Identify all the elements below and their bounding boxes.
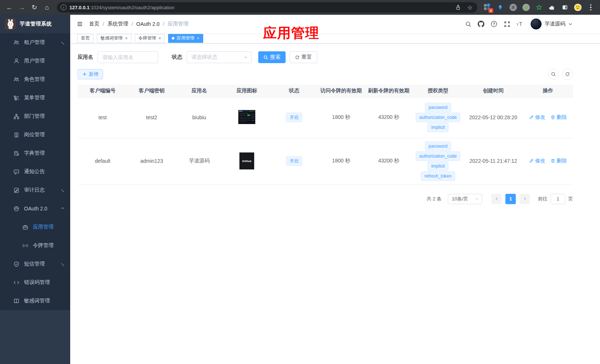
browser-reload-icon[interactable]: ↻	[29, 2, 40, 13]
user-avatar	[531, 18, 542, 30]
goto-page-input[interactable]	[550, 194, 565, 204]
sidebar-item-dept[interactable]: 部门管理	[0, 107, 70, 126]
search-icon[interactable]	[464, 20, 472, 28]
breadcrumb-oauth2[interactable]: OAuth 2.0	[136, 21, 160, 27]
search-button[interactable]: 搜索	[258, 51, 286, 63]
extension-record-icon[interactable]	[522, 3, 530, 11]
sidebar-item-oauth2-application[interactable]: 应用管理	[0, 218, 70, 236]
app-logo[interactable]: 芋道管理系统	[0, 15, 70, 33]
tab-view-1[interactable]: 敏感词管理×	[97, 34, 132, 43]
grant-type-badge: implicit	[427, 161, 449, 171]
delete-button[interactable]: 删除	[550, 158, 567, 164]
extension-blocks-icon[interactable]: 9	[483, 3, 491, 11]
tab-label: 应用管理	[177, 35, 194, 41]
sidebar-item-post[interactable]: 岗位管理	[0, 126, 70, 144]
navbar: 首页 / 系统管理 / OAuth 2.0 / 应用管理	[70, 15, 600, 33]
sidebar-item-label: OAuth 2.0	[24, 206, 47, 212]
book-icon	[13, 298, 20, 304]
modify-button[interactable]: 修改	[529, 114, 545, 121]
chevron-down-icon	[568, 22, 573, 26]
fullscreen-icon[interactable]	[503, 20, 511, 28]
sidebar-item-label: 租户管理	[24, 39, 45, 46]
chevron-down-icon	[60, 188, 65, 192]
extension-command-icon[interactable]: ⌘	[509, 3, 517, 11]
briefcase-icon	[22, 224, 28, 230]
browser-menu-icon[interactable]	[587, 3, 595, 11]
tags-view-bar: 首页敏感词管理×令牌管理×应用管理×	[70, 33, 600, 44]
column-header: 授权类型	[412, 85, 463, 97]
refresh-table-button[interactable]	[562, 69, 573, 80]
github-icon[interactable]	[477, 20, 485, 28]
access-token-validity: 1800 秒	[332, 114, 350, 120]
extension-star-icon[interactable]	[535, 3, 543, 11]
app-name-input[interactable]	[98, 51, 158, 63]
address-bar[interactable]: i 127.0.0.1:1024/system/oauth2/oauth2/ap…	[57, 2, 477, 13]
sidebar-item-role[interactable]: 角色管理	[0, 70, 70, 89]
sidebar-item-label: 敏感词管理	[24, 298, 50, 304]
modify-button[interactable]: 修改	[529, 158, 545, 164]
tab-label: 令牌管理	[139, 35, 156, 41]
sidebar-item-audit-log[interactable]: 审计日志	[0, 181, 70, 199]
sidebar-item-error-code[interactable]: 错误码管理	[0, 273, 70, 292]
browser-home-icon[interactable]: ⌂	[41, 2, 52, 13]
signal-icon	[22, 243, 28, 249]
extensions-puzzle-icon[interactable]	[548, 3, 556, 11]
breadcrumb-home[interactable]: 首页	[89, 21, 99, 27]
sidebar-item-menu[interactable]: 菜单管理	[0, 89, 70, 107]
app-name: 芋道源码	[189, 158, 209, 164]
browser-profile-avatar[interactable]	[574, 3, 582, 11]
collapse-sidebar-icon[interactable]	[76, 20, 84, 28]
access-token-validity: 1800 秒	[332, 158, 350, 164]
sidebar-item-tenant[interactable]: 租户管理	[0, 33, 70, 52]
page-size-select[interactable]: 10条/页	[448, 194, 482, 204]
chevron-left-icon	[495, 197, 499, 201]
breadcrumb-system[interactable]: 系统管理	[108, 21, 128, 27]
sidebar-item-notice[interactable]: 通知公告	[0, 162, 70, 181]
reset-button[interactable]: 重置	[289, 51, 317, 63]
sidebar-item-user[interactable]: 用户管理	[0, 52, 70, 70]
sidebar-item-sensitive-word[interactable]: 敏感词管理	[0, 292, 70, 310]
url-text: 127.0.0.1:1024/system/oauth2/oauth2/appl…	[69, 5, 174, 10]
share-icon[interactable]	[454, 3, 463, 12]
next-page-button[interactable]	[519, 194, 530, 204]
status-select[interactable]: 请选择状态	[187, 51, 252, 63]
tab-home[interactable]: 首页	[77, 34, 93, 43]
extension-gem-icon[interactable]	[496, 3, 504, 11]
sidebar-item-oauth2-token[interactable]: 令牌管理	[0, 236, 70, 255]
sidebar-item-dict[interactable]: 字典管理	[0, 144, 70, 162]
user-icon	[13, 58, 20, 64]
refresh-token-validity: 43200 秒	[378, 158, 399, 164]
sidebar-item-label: 令牌管理	[33, 242, 54, 249]
tab-view-3[interactable]: 应用管理×	[168, 34, 203, 43]
font-size-icon[interactable]: TT	[516, 20, 524, 28]
bookmark-star-icon[interactable]: ☆	[466, 3, 474, 12]
toggle-search-button[interactable]	[548, 69, 559, 80]
app-name: biubiu	[192, 114, 206, 120]
browser-forward-icon[interactable]: →	[16, 2, 27, 13]
search-icon	[551, 72, 556, 77]
current-page-button[interactable]: 1	[505, 194, 516, 204]
site-info-icon[interactable]: i	[61, 4, 67, 10]
main-area: 首页 / 系统管理 / OAuth 2.0 / 应用管理	[70, 15, 600, 364]
column-header: 操作	[523, 85, 573, 97]
sidebar-item-oauth2[interactable]: OAuth 2.0	[0, 199, 70, 218]
user-menu[interactable]: 芋道源码	[531, 18, 573, 30]
close-icon[interactable]: ×	[158, 36, 161, 41]
refresh-icon	[295, 55, 300, 60]
split-view-icon[interactable]	[561, 3, 569, 11]
add-button[interactable]: 新增	[78, 69, 103, 79]
browser-back-icon[interactable]: ←	[4, 2, 15, 13]
close-icon[interactable]: ×	[197, 36, 200, 41]
app-logo-screenshot	[238, 110, 255, 124]
role-icon	[13, 76, 20, 83]
svg-text:T: T	[519, 21, 522, 27]
delete-button[interactable]: 删除	[550, 114, 567, 121]
tab-view-2[interactable]: 令牌管理×	[135, 34, 165, 43]
prev-page-button[interactable]	[491, 194, 502, 204]
sidebar-item-label: 短信管理	[24, 261, 45, 267]
grant-type-badge: password	[425, 141, 451, 151]
table-row: testtest2biubiu开启1800 秒43200 秒passwordau…	[78, 97, 573, 138]
help-icon[interactable]: ?	[490, 20, 498, 28]
sidebar-item-sms[interactable]: 短信管理	[0, 255, 70, 273]
close-icon[interactable]: ×	[125, 36, 128, 41]
